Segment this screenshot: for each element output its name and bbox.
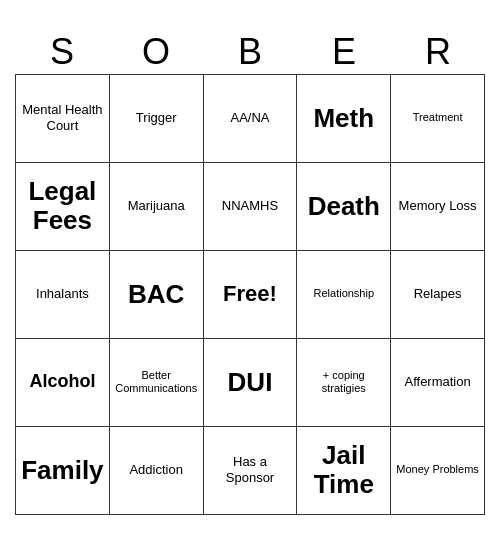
bingo-cell: NNAMHS bbox=[204, 163, 298, 251]
header-letter: B bbox=[203, 30, 297, 74]
bingo-cell: Inhalants bbox=[16, 251, 110, 339]
bingo-cell: Trigger bbox=[110, 75, 204, 163]
bingo-cell: Memory Loss bbox=[391, 163, 485, 251]
bingo-cell: BAC bbox=[110, 251, 204, 339]
bingo-cell: Jail Time bbox=[297, 427, 391, 515]
header-letter: E bbox=[297, 30, 391, 74]
bingo-cell: Free! bbox=[204, 251, 298, 339]
bingo-cell: Legal Fees bbox=[16, 163, 110, 251]
bingo-grid: Mental Health CourtTriggerAA/NAMethTreat… bbox=[15, 74, 485, 515]
bingo-cell: Death bbox=[297, 163, 391, 251]
bingo-header: SOBER bbox=[15, 30, 485, 74]
bingo-cell: DUI bbox=[204, 339, 298, 427]
bingo-cell: Marijuana bbox=[110, 163, 204, 251]
header-letter: S bbox=[15, 30, 109, 74]
bingo-card: SOBER Mental Health CourtTriggerAA/NAMet… bbox=[15, 30, 485, 515]
bingo-cell: Better Communications bbox=[110, 339, 204, 427]
bingo-cell: Money Problems bbox=[391, 427, 485, 515]
bingo-cell: Affermation bbox=[391, 339, 485, 427]
bingo-cell: Relationship bbox=[297, 251, 391, 339]
bingo-cell: + coping stratigies bbox=[297, 339, 391, 427]
bingo-cell: Addiction bbox=[110, 427, 204, 515]
bingo-cell: Mental Health Court bbox=[16, 75, 110, 163]
header-letter: R bbox=[391, 30, 485, 74]
bingo-cell: AA/NA bbox=[204, 75, 298, 163]
bingo-cell: Meth bbox=[297, 75, 391, 163]
header-letter: O bbox=[109, 30, 203, 74]
bingo-cell: Has a Sponsor bbox=[204, 427, 298, 515]
bingo-cell: Alcohol bbox=[16, 339, 110, 427]
bingo-cell: Relapes bbox=[391, 251, 485, 339]
bingo-cell: Family bbox=[16, 427, 110, 515]
bingo-cell: Treatment bbox=[391, 75, 485, 163]
